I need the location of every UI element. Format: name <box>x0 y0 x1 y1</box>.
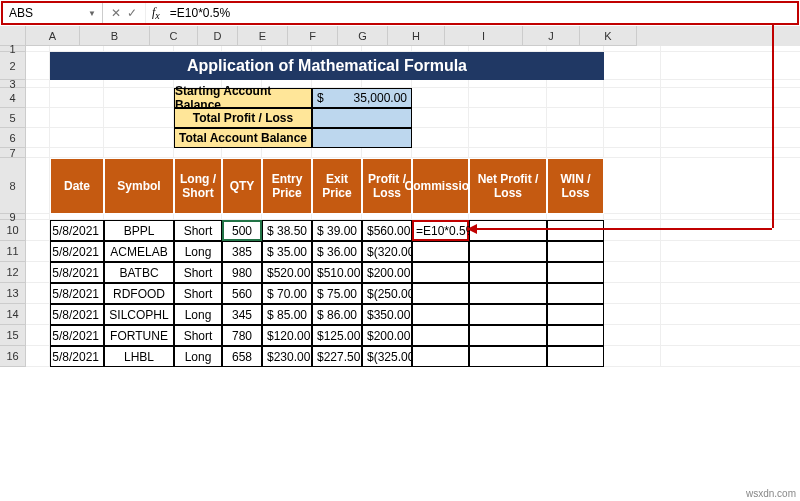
cell-longshort[interactable]: Short <box>174 262 222 283</box>
row-header[interactable]: 4 <box>0 88 26 108</box>
row-header[interactable]: 6 <box>0 128 26 148</box>
cell-entry-price[interactable]: $35.00 <box>262 241 312 262</box>
col-header[interactable]: A <box>26 26 80 46</box>
row-header[interactable]: 11 <box>0 241 26 262</box>
row-header[interactable]: 12 <box>0 262 26 283</box>
row-header[interactable]: 13 <box>0 283 26 304</box>
cell-date[interactable]: 5/8/2021 <box>50 262 104 283</box>
col-header[interactable]: F <box>288 26 338 46</box>
cell-qty[interactable]: 780 <box>222 325 262 346</box>
cell-date[interactable]: 5/8/2021 <box>50 346 104 367</box>
editing-cell[interactable]: =E10*0.5% <box>412 220 469 241</box>
cell-longshort[interactable]: Long <box>174 346 222 367</box>
cell-commission[interactable] <box>412 304 469 325</box>
cell-win-loss[interactable] <box>547 304 604 325</box>
col-header[interactable]: B <box>80 26 150 46</box>
cell-commission[interactable] <box>412 346 469 367</box>
cell-win-loss[interactable] <box>547 325 604 346</box>
cell-commission[interactable] <box>412 241 469 262</box>
cell-commission[interactable] <box>412 283 469 304</box>
cell-date[interactable]: 5/8/2021 <box>50 241 104 262</box>
cell-qty[interactable]: 385 <box>222 241 262 262</box>
col-header[interactable]: G <box>338 26 388 46</box>
cell-exit-price[interactable]: $36.00 <box>312 241 362 262</box>
row-header[interactable]: 3 <box>0 80 26 88</box>
cell-qty[interactable]: 345 <box>222 304 262 325</box>
col-header[interactable]: J <box>523 26 580 46</box>
cell-exit-price[interactable]: $510.00 <box>312 262 362 283</box>
cell-entry-price[interactable]: $520.00 <box>262 262 312 283</box>
cell-exit-price[interactable]: $125.00 <box>312 325 362 346</box>
cell-longshort[interactable]: Short <box>174 325 222 346</box>
row-header[interactable]: 14 <box>0 304 26 325</box>
cell-longshort[interactable]: Long <box>174 241 222 262</box>
row-header[interactable]: 16 <box>0 346 26 367</box>
cell-date[interactable]: 5/8/2021 <box>50 283 104 304</box>
cell-qty[interactable]: 560 <box>222 283 262 304</box>
cell-qty[interactable]: 980 <box>222 262 262 283</box>
cell-date[interactable]: 5/8/2021 <box>50 220 104 241</box>
cell-profit-loss[interactable]: $350.00 <box>362 304 412 325</box>
cell-longshort[interactable]: Long <box>174 304 222 325</box>
cell-net-pl[interactable] <box>469 220 547 241</box>
col-header[interactable]: E <box>238 26 288 46</box>
cell-symbol[interactable]: BATBC <box>104 262 174 283</box>
name-box[interactable]: ABS ▼ <box>3 3 103 23</box>
cell-win-loss[interactable] <box>547 220 604 241</box>
cell-win-loss[interactable] <box>547 241 604 262</box>
col-header[interactable]: C <box>150 26 198 46</box>
cell-symbol[interactable]: LHBL <box>104 346 174 367</box>
cancel-icon[interactable]: ✕ <box>111 6 121 20</box>
formula-input[interactable]: =E10*0.5% <box>166 6 797 20</box>
cell-exit-price[interactable]: $86.00 <box>312 304 362 325</box>
cell-entry-price[interactable]: $85.00 <box>262 304 312 325</box>
cell-profit-loss[interactable]: $200.00 <box>362 325 412 346</box>
row-header[interactable]: 5 <box>0 108 26 128</box>
cell-profit-loss[interactable]: $(250.00) <box>362 283 412 304</box>
cell-entry-price[interactable]: $120.00 <box>262 325 312 346</box>
cell-exit-price[interactable]: $227.50 <box>312 346 362 367</box>
cell-symbol[interactable]: FORTUNE <box>104 325 174 346</box>
col-header[interactable]: K <box>580 26 637 46</box>
cell-commission[interactable] <box>412 325 469 346</box>
cell-win-loss[interactable] <box>547 283 604 304</box>
cell-entry-price[interactable]: $230.00 <box>262 346 312 367</box>
cell-entry-price[interactable]: $38.50 <box>262 220 312 241</box>
cell-net-pl[interactable] <box>469 325 547 346</box>
cell-net-pl[interactable] <box>469 241 547 262</box>
cell-exit-price[interactable]: $75.00 <box>312 283 362 304</box>
cell-net-pl[interactable] <box>469 304 547 325</box>
row-header[interactable]: 2 <box>0 52 26 80</box>
cell-symbol[interactable]: ACMELAB <box>104 241 174 262</box>
cell-net-pl[interactable] <box>469 283 547 304</box>
cell-net-pl[interactable] <box>469 262 547 283</box>
cell-symbol[interactable]: BPPL <box>104 220 174 241</box>
cell-exit-price[interactable]: $39.00 <box>312 220 362 241</box>
row-header[interactable]: 15 <box>0 325 26 346</box>
col-header[interactable]: D <box>198 26 238 46</box>
cell-profit-loss[interactable]: $200.00 <box>362 262 412 283</box>
row-header[interactable]: 10 <box>0 220 26 241</box>
fx-icon[interactable]: fx <box>146 5 166 21</box>
cell-date[interactable]: 5/8/2021 <box>50 304 104 325</box>
cell-win-loss[interactable] <box>547 262 604 283</box>
cell-symbol[interactable]: RDFOOD <box>104 283 174 304</box>
cell-commission[interactable] <box>412 262 469 283</box>
accept-icon[interactable]: ✓ <box>127 6 137 20</box>
active-cell[interactable]: 500 <box>222 220 262 241</box>
cell-qty[interactable]: 658 <box>222 346 262 367</box>
row-header[interactable]: 7 <box>0 148 26 158</box>
col-header[interactable]: H <box>388 26 445 46</box>
cell-profit-loss[interactable]: $560.00 <box>362 220 412 241</box>
sheet-area[interactable]: Application of Mathematical FormulaStart… <box>26 46 800 367</box>
cell-win-loss[interactable] <box>547 346 604 367</box>
chevron-down-icon[interactable]: ▼ <box>88 9 96 18</box>
cell-date[interactable]: 5/8/2021 <box>50 325 104 346</box>
cell-symbol[interactable]: SILCOPHL <box>104 304 174 325</box>
cell-longshort[interactable]: Short <box>174 283 222 304</box>
row-header[interactable]: 8 <box>0 158 26 214</box>
cell-net-pl[interactable] <box>469 346 547 367</box>
cell-profit-loss[interactable]: $(325.00) <box>362 346 412 367</box>
cell-entry-price[interactable]: $70.00 <box>262 283 312 304</box>
cell-longshort[interactable]: Short <box>174 220 222 241</box>
